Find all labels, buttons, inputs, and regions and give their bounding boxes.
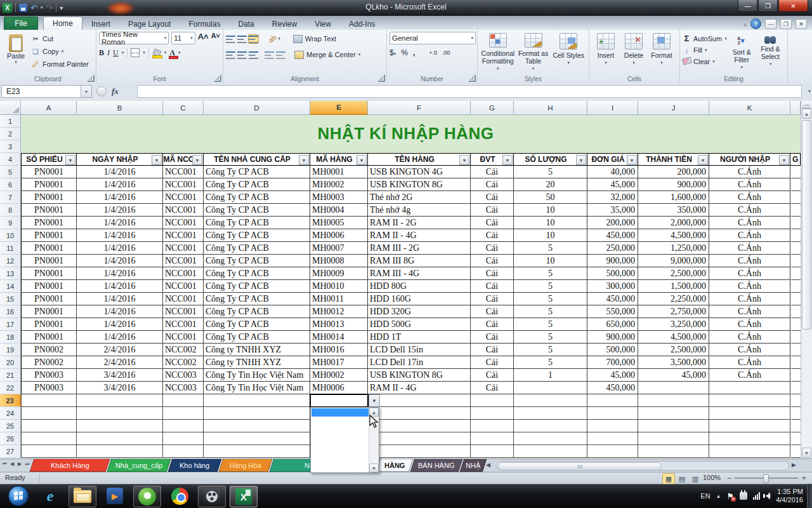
help-icon[interactable]: ? [750,18,761,29]
cell-r21-cK[interactable]: C.Ánh [709,369,790,382]
cell-r11-cI[interactable]: 250,000 [587,242,638,255]
align-right-icon[interactable] [249,51,258,59]
cell-r22-cE[interactable]: MH0006 [310,382,368,394]
copy-button[interactable]: ❏Copy▾ [29,46,91,57]
dropdown-scroll-down-icon[interactable]: ▼ [369,464,379,472]
close-button[interactable]: ✕ [778,0,808,12]
borders-icon[interactable] [131,48,140,57]
cell-r25-cG[interactable] [471,420,514,432]
cell-r20-cG[interactable]: Cái [471,356,514,369]
cell-r21-cH[interactable]: 1 [514,369,587,382]
cell-r6-cC[interactable]: NCC001 [163,178,204,191]
next-sheet-icon[interactable]: ▶ [16,461,23,467]
cell-r12-cK[interactable]: C.Ánh [709,255,790,267]
cell-r27-cK[interactable] [709,445,790,458]
cell-r19-cA[interactable]: PN0002 [21,344,77,356]
sheet-tab-bán-hàng[interactable]: BÁN HÀNG [410,459,462,472]
cell-r24-cB[interactable] [77,407,163,420]
cell-r19-cF[interactable]: LCD Dell 15in [368,344,471,356]
cell-r16-cC[interactable]: NCC001 [163,305,204,318]
vertical-scrollbar-thumb[interactable] [802,120,811,330]
clipboard-dialog-launcher[interactable] [88,75,95,82]
cell-r18-cI[interactable]: 900,000 [587,331,638,344]
filter-dropdown-icon[interactable]: ▼ [459,155,469,165]
cell-r9-cK[interactable]: C.Ánh [709,217,790,229]
cell-r20-cI[interactable]: 700,000 [587,356,638,369]
cell-r24-cF[interactable] [368,407,471,420]
cell-r20-cJ[interactable]: 3,500,000 [638,356,709,369]
delete-cells-button[interactable]: ✕ Delete▾ [620,32,648,72]
cell-r18-cJ[interactable]: 4,500,000 [638,331,709,344]
cell-r14-cB[interactable]: 1/4/2016 [77,280,163,293]
cell-r17-cI[interactable]: 650,000 [587,318,638,331]
cell-r20-cC[interactable]: NCC002 [163,356,204,369]
row-header-15[interactable]: 15 [0,293,21,305]
cell-r12-cJ[interactable]: 9,000,000 [638,255,709,267]
cell-r13-cH[interactable]: 5 [514,267,587,280]
font-name-combo[interactable]: Times New Roman▾ [99,32,169,44]
column-header-G[interactable]: G [471,101,514,115]
table-header-6[interactable]: ĐVT▼ [471,153,514,166]
workbook-minimize-icon[interactable]: — [765,19,776,29]
cell-r17-cE[interactable]: MH0013 [310,318,368,331]
cell-r13-cK[interactable]: C.Ánh [709,267,790,280]
filter-dropdown-icon[interactable]: ▼ [627,155,637,165]
cell-r16-cJ[interactable]: 2,750,000 [638,305,709,318]
currency-format-icon[interactable]: $▾ [390,48,396,57]
cell-r22-cG[interactable]: Cái [471,382,514,394]
cell-r5-cD[interactable]: Công Ty CP ACB [204,166,310,178]
zoom-level[interactable]: 100% [703,474,721,481]
table-header-5[interactable]: TÊN HÀNG▼ [368,153,471,166]
cell-r26-cG[interactable] [471,432,514,445]
cell-r25-cB[interactable] [77,420,163,432]
cell-r21-cJ[interactable]: 45,000 [638,369,709,382]
cell-r26-cI[interactable] [587,432,638,445]
cell-r6-cD[interactable]: Công Ty CP ACB [204,178,310,191]
cell-r23-cC[interactable] [163,394,204,407]
cell-r7-cD[interactable]: Công Ty CP ACB [204,191,310,204]
row-header-1[interactable]: 1 [0,115,21,128]
cell-r23-cA[interactable] [21,394,77,407]
cell-r20-cA[interactable]: PN0002 [21,356,77,369]
row-header-5[interactable]: 5 [0,166,21,178]
cell-r7-cH[interactable]: 50 [514,191,587,204]
cell-r9-cI[interactable]: 200,000 [587,217,638,229]
cell-r10-cA[interactable]: PN0001 [21,229,77,242]
sheet-tab-hàng-hóa[interactable]: Hàng Hóa [219,459,272,472]
cell-r17-cH[interactable]: 5 [514,318,587,331]
italic-button[interactable]: I [107,48,110,58]
cell-r18-cF[interactable]: HDD 1T [368,331,471,344]
name-box[interactable]: E23 [1,85,81,98]
cell-r14-cK[interactable]: C.Ánh [709,280,790,293]
cell-r19-cG[interactable]: Cái [471,344,514,356]
cell-r5-cC[interactable]: NCC001 [163,166,204,178]
taskbar-internet-explorer[interactable]: e [37,486,63,506]
cell-r21-cA[interactable]: PN0003 [21,369,77,382]
cell-r6-cI[interactable]: 45,000 [587,178,638,191]
cell-r8-cF[interactable]: Thẻ nhớ 4g [368,204,471,217]
cell-r24-cI[interactable] [587,407,638,420]
cell-r14-cJ[interactable]: 1,500,000 [638,280,709,293]
cell-r16-cB[interactable]: 1/4/2016 [77,305,163,318]
clear-button[interactable]: Clear▾ [683,56,728,67]
cell-r13-cG[interactable]: Cái [471,267,514,280]
decrease-decimal-icon[interactable]: .00 [442,50,450,56]
cell-r24-cJ[interactable] [638,407,709,420]
row-header-14[interactable]: 14 [0,280,21,293]
filter-dropdown-icon[interactable]: ▼ [502,155,513,165]
cell-r8-cH[interactable]: 10 [514,204,587,217]
cell-r15-cA[interactable]: PN0001 [21,293,77,305]
cell-r14-cA[interactable]: PN0001 [21,280,77,293]
column-header-F[interactable]: F [368,101,471,115]
increase-indent-icon[interactable] [276,51,285,59]
cell-r12-cA[interactable]: PN0001 [21,255,77,267]
cell-r13-cC[interactable]: NCC001 [163,267,204,280]
workbook-close-icon[interactable]: ✕ [796,19,807,29]
cell-r6-cH[interactable]: 20 [514,178,587,191]
align-left-icon[interactable] [226,51,235,59]
cell-r12-cI[interactable]: 900,000 [587,255,638,267]
cell-r26-cD[interactable] [204,432,310,445]
cell-r8-cD[interactable]: Công Ty CP ACB [204,204,310,217]
orientation-icon[interactable]: ab [267,34,278,44]
underline-button[interactable]: U [113,48,119,58]
